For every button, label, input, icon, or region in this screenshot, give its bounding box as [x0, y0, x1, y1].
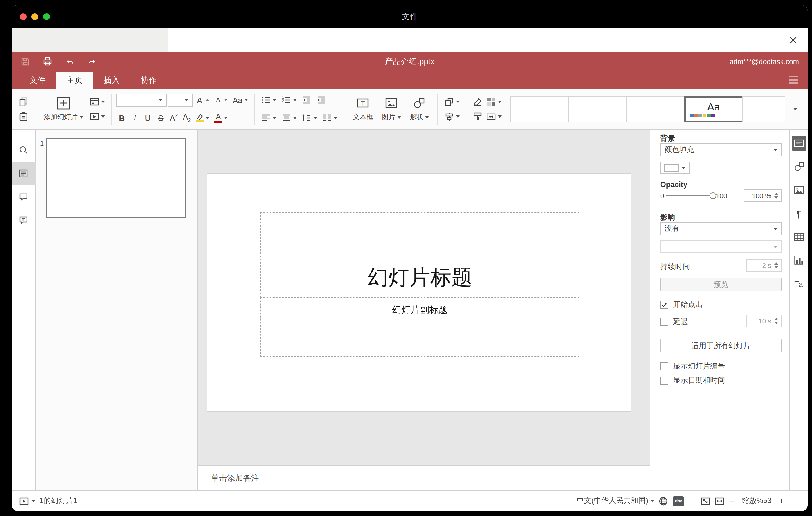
- fit-width-button[interactable]: [715, 496, 725, 506]
- redo-button[interactable]: [87, 57, 97, 67]
- numbered-list-button[interactable]: 12: [280, 94, 299, 106]
- font-size-select[interactable]: [168, 93, 193, 107]
- align-shape-button[interactable]: [442, 110, 462, 122]
- font-name-select[interactable]: [116, 93, 167, 107]
- decrease-indent-button[interactable]: [300, 94, 314, 106]
- color-scheme-button[interactable]: [484, 95, 503, 108]
- chat-button[interactable]: [12, 209, 35, 232]
- slide-layout-button[interactable]: [88, 95, 107, 108]
- delay-checkbox[interactable]: 延迟: [660, 317, 688, 326]
- slide-size-button[interactable]: [484, 110, 503, 122]
- image-settings-button[interactable]: [791, 183, 806, 198]
- add-slide-button[interactable]: 添加幻灯片: [39, 96, 88, 122]
- title-placeholder[interactable]: 幻灯片标题: [260, 212, 579, 297]
- paste-icon: [19, 111, 28, 121]
- start-on-click-checkbox[interactable]: 开始点击: [660, 300, 703, 309]
- strikethrough-icon: S: [157, 113, 165, 122]
- save-button[interactable]: [20, 57, 30, 67]
- show-slide-number-checkbox[interactable]: 显示幻灯片编号: [660, 362, 725, 370]
- bullet-list-button[interactable]: [259, 94, 278, 106]
- chart-settings-button[interactable]: [791, 253, 806, 268]
- start-slideshow-status-button[interactable]: [19, 496, 35, 506]
- theme-option-selected[interactable]: Aa: [684, 96, 743, 122]
- insert-shape-button[interactable]: 形状: [405, 96, 433, 122]
- increase-indent-button[interactable]: [315, 94, 328, 106]
- comments-button[interactable]: [12, 185, 35, 209]
- delay-input[interactable]: 10 s: [746, 315, 782, 327]
- undo-button[interactable]: [65, 57, 75, 67]
- paragraph-settings-button[interactable]: ¶: [791, 206, 806, 221]
- zoom-out-button[interactable]: −: [729, 496, 734, 505]
- notes-area[interactable]: 单击添加备注: [198, 465, 650, 490]
- change-case-button[interactable]: Aa: [231, 94, 250, 106]
- fit-slide-button[interactable]: [701, 496, 710, 506]
- close-traffic-light[interactable]: [20, 13, 27, 20]
- shape-settings-button[interactable]: [791, 159, 806, 174]
- textart-settings-button[interactable]: Ta: [791, 277, 806, 291]
- tab-file[interactable]: 文件: [19, 71, 56, 89]
- start-slideshow-button[interactable]: [88, 110, 107, 122]
- menu-button[interactable]: [788, 75, 799, 85]
- table-settings-button[interactable]: [791, 230, 806, 245]
- strikethrough-button[interactable]: S: [155, 112, 167, 124]
- clear-style-button[interactable]: [471, 95, 484, 108]
- print-button[interactable]: [42, 57, 53, 67]
- tab-collaboration[interactable]: 协作: [130, 71, 167, 89]
- columns-button[interactable]: [320, 112, 339, 124]
- increase-font-button[interactable]: A: [194, 94, 211, 106]
- language-select[interactable]: 中文(中华人民共和国): [577, 496, 654, 506]
- theme-gallery-expand-button[interactable]: [792, 107, 799, 111]
- slide-thumbnail[interactable]: [46, 138, 186, 219]
- font-color-button[interactable]: A: [212, 112, 230, 124]
- underline-button[interactable]: U: [142, 112, 154, 124]
- zoom-in-button[interactable]: +: [779, 496, 784, 505]
- slider-knob[interactable]: [709, 192, 716, 199]
- slide-settings-button[interactable]: [791, 136, 806, 151]
- theme-option[interactable]: [568, 96, 627, 122]
- document-language-button[interactable]: [659, 496, 669, 506]
- opacity-input[interactable]: 100 %: [744, 190, 782, 202]
- decrease-font-button[interactable]: A: [212, 95, 230, 105]
- fullscreen-traffic-light[interactable]: [43, 13, 50, 20]
- tab-insert[interactable]: 插入: [93, 71, 130, 89]
- theme-option[interactable]: [742, 96, 785, 122]
- effect-select[interactable]: 没有: [660, 222, 782, 235]
- insert-image-button[interactable]: 图片: [378, 96, 405, 122]
- close-icon[interactable]: [788, 35, 798, 45]
- copy-style-button[interactable]: [471, 110, 484, 122]
- slide-canvas[interactable]: 幻灯片标题 幻灯片副标题: [207, 173, 631, 412]
- subscript-button[interactable]: A2: [181, 111, 193, 124]
- slide-counter: 1的幻灯片1: [39, 496, 78, 506]
- highlight-color-button[interactable]: [194, 112, 211, 123]
- show-date-time-checkbox[interactable]: 显示日期和时间: [660, 376, 725, 384]
- duration-input[interactable]: 2 s: [746, 259, 782, 271]
- fill-color-picker[interactable]: [660, 162, 690, 174]
- fill-type-select[interactable]: 颜色填充: [660, 143, 782, 156]
- preview-button[interactable]: 预览: [660, 278, 782, 291]
- opacity-slider[interactable]: [666, 195, 713, 196]
- bold-button[interactable]: B: [116, 112, 128, 124]
- copy-button[interactable]: [17, 95, 30, 108]
- spinner-arrows-icon[interactable]: [774, 193, 778, 199]
- subtitle-placeholder[interactable]: 幻灯片副标题: [260, 297, 579, 357]
- tab-home[interactable]: 主页: [56, 71, 93, 89]
- paste-button[interactable]: [17, 110, 30, 122]
- superscript-button[interactable]: A2: [168, 112, 179, 124]
- effect-type-select[interactable]: [660, 240, 782, 253]
- spinner-arrows-icon[interactable]: [774, 318, 778, 324]
- spellcheck-button[interactable]: abc: [673, 496, 685, 506]
- search-button[interactable]: [12, 138, 35, 162]
- horizontal-align-button[interactable]: [259, 112, 278, 124]
- theme-option[interactable]: [510, 96, 569, 122]
- arrange-shape-button[interactable]: [442, 95, 462, 108]
- vertical-align-button[interactable]: [280, 112, 299, 124]
- editor-header: 产品介绍.pptx adm***@dootask.com 文件 主页 插入 协作: [12, 52, 808, 89]
- theme-option[interactable]: [626, 96, 685, 122]
- insert-textbox-button[interactable]: T 文本框: [349, 96, 378, 122]
- italic-button[interactable]: I: [129, 112, 141, 124]
- apply-to-all-button[interactable]: 适用于所有幻灯片: [660, 339, 782, 352]
- minimize-traffic-light[interactable]: [31, 13, 38, 20]
- line-spacing-button[interactable]: [300, 112, 319, 124]
- spinner-arrows-icon[interactable]: [774, 262, 778, 268]
- slides-panel-button[interactable]: [12, 162, 35, 185]
